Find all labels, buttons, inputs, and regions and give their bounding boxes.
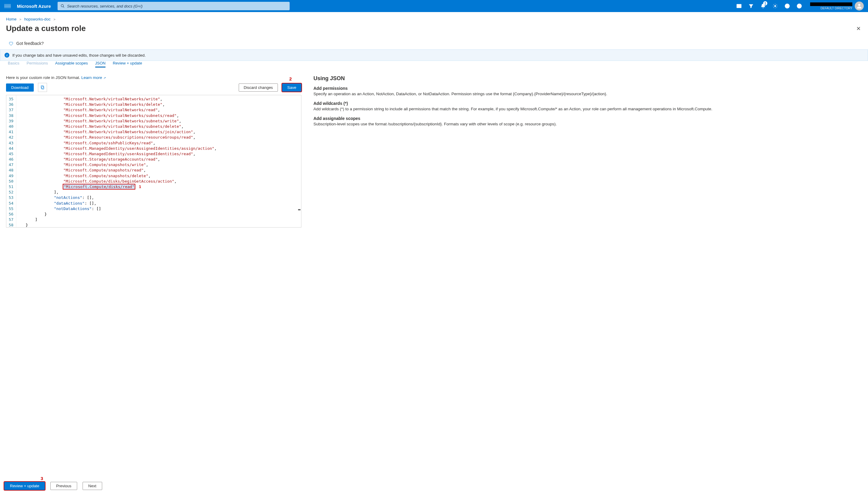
svg-rect-2 (737, 4, 741, 8)
learn-more-link[interactable]: Learn more ↗ (81, 75, 106, 80)
cloud-shell-icon[interactable] (733, 0, 745, 12)
svg-point-0 (61, 4, 63, 7)
topbar-icons: 1 (733, 0, 805, 12)
help-panel: Using JSON Add permissions Specify an op… (313, 75, 862, 228)
desc-line: Here is your custom role in JSON format.… (6, 75, 301, 80)
notifications-icon[interactable]: 1 (757, 0, 769, 12)
account-name-redacted (810, 2, 852, 6)
brand[interactable]: Microsoft Azure (17, 4, 51, 9)
save-button[interactable]: Save (282, 84, 301, 92)
feedback-link[interactable]: Got feedback? (6, 38, 862, 49)
download-button[interactable]: Download (6, 84, 34, 92)
discard-button[interactable]: Discard changes (239, 84, 278, 92)
notification-badge: 1 (763, 1, 767, 5)
tabs: Basics Permissions Assignable scopes JSO… (6, 61, 862, 70)
json-toolbar: Download 2 Discard changes Save (6, 83, 301, 92)
search-icon (61, 4, 65, 8)
breadcrumb: Home > hopsworks-doc > (6, 17, 862, 21)
directory-label: DEFAULT DIRECTORY (810, 7, 852, 10)
heart-icon (8, 41, 13, 46)
tab-permissions[interactable]: Permissions (26, 61, 48, 67)
page-title: Update a custom role (6, 24, 86, 33)
close-icon[interactable]: ✕ (855, 25, 862, 32)
copy-button[interactable] (38, 83, 47, 92)
global-search[interactable] (58, 2, 290, 10)
account-area[interactable]: DEFAULT DIRECTORY (808, 1, 866, 10)
json-editor[interactable]: 3536373839404142434445464748495051525354… (6, 95, 301, 228)
feedback-smile-icon[interactable] (793, 0, 805, 12)
tab-basics[interactable]: Basics (8, 61, 19, 67)
search-input[interactable] (67, 4, 286, 8)
tab-json[interactable]: JSON (95, 61, 106, 67)
svg-rect-8 (41, 86, 43, 88)
help-title: Using JSON (313, 75, 856, 82)
filter-icon[interactable] (745, 0, 757, 12)
annotation-2: 2 (289, 76, 292, 81)
svg-point-6 (858, 4, 860, 6)
help-icon[interactable] (781, 0, 793, 12)
info-banner: i If you change tabs and have unsaved ed… (0, 49, 868, 61)
topbar: Microsoft Azure 1 DEFAULT DIRECTORY (0, 0, 868, 12)
hamburger-icon[interactable] (4, 3, 11, 9)
breadcrumb-home[interactable]: Home (6, 17, 17, 21)
svg-rect-7 (42, 86, 44, 89)
avatar[interactable] (855, 1, 864, 10)
svg-line-1 (63, 7, 64, 7)
settings-icon[interactable] (769, 0, 781, 12)
tab-review[interactable]: Review + update (113, 61, 142, 67)
scroll-marker (298, 209, 301, 210)
svg-point-5 (797, 4, 802, 8)
tab-scopes[interactable]: Assignable scopes (55, 61, 88, 67)
svg-point-3 (775, 5, 776, 7)
info-icon: i (4, 53, 9, 58)
breadcrumb-item[interactable]: hopsworks-doc (24, 17, 50, 21)
